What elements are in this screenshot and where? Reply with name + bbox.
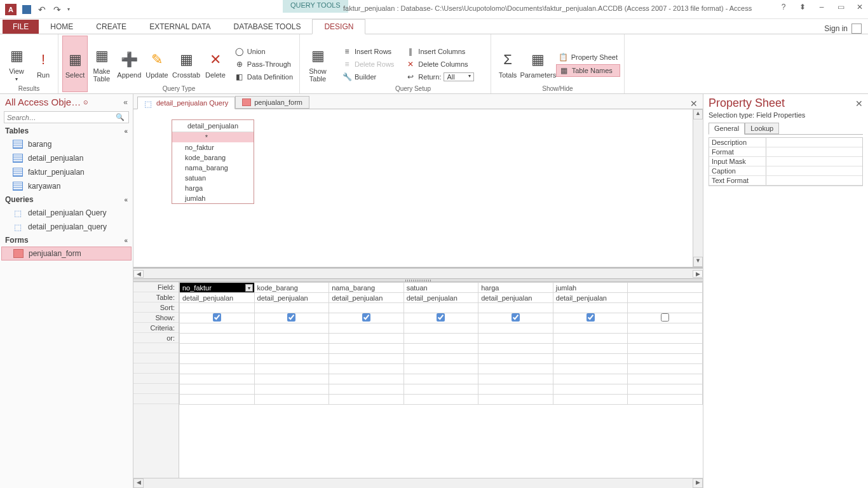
delete-query-button[interactable]: ✕ Delete xyxy=(203,36,228,92)
property-tab-general[interactable]: General xyxy=(709,123,745,135)
view-button[interactable]: ▦ View ▾ xyxy=(4,36,29,92)
property-row[interactable]: Description xyxy=(709,138,862,147)
make-table-button[interactable]: ▦ Make Table xyxy=(89,36,114,92)
show-checkbox[interactable] xyxy=(587,313,595,322)
grid-cell[interactable] xyxy=(180,313,255,323)
restore-button[interactable]: ▭ xyxy=(835,3,846,11)
show-checkbox[interactable] xyxy=(437,313,445,322)
crosstab-button[interactable]: ▦ Crosstab xyxy=(171,36,201,92)
tab-external-data[interactable]: EXTERNAL DATA xyxy=(138,20,222,34)
search-icon[interactable]: 🔍 xyxy=(112,112,128,123)
grid-cell[interactable]: detail_penjualan xyxy=(329,293,404,303)
grid-cell[interactable] xyxy=(329,344,404,354)
grid-cell[interactable] xyxy=(628,283,703,293)
grid-cell[interactable] xyxy=(403,364,478,374)
update-button[interactable]: ✎ Update xyxy=(144,36,170,92)
collapse-icon[interactable]: « xyxy=(124,128,128,135)
totals-button[interactable]: Σ Totals xyxy=(495,36,520,92)
ribbon-collapse-button[interactable]: ⬍ xyxy=(797,3,808,11)
grid-cell[interactable] xyxy=(478,354,553,364)
grid-cell[interactable] xyxy=(329,334,404,344)
show-checkbox[interactable] xyxy=(661,313,669,322)
search-input[interactable] xyxy=(4,112,112,123)
grid-cell[interactable] xyxy=(478,364,553,374)
grid-cell[interactable] xyxy=(180,334,255,344)
doc-close-button[interactable]: ✕ xyxy=(690,98,698,109)
union-button[interactable]: ◯Union xyxy=(232,46,295,57)
field-list[interactable]: detail_penjualan * no_faktur kode_barang… xyxy=(172,119,254,204)
grid-cell[interactable] xyxy=(553,334,628,344)
grid-cell[interactable] xyxy=(553,323,628,334)
return-dropdown[interactable]: All▾ xyxy=(444,72,474,81)
grid-cell[interactable] xyxy=(403,354,478,364)
nav-item-penjualan-form[interactable]: penjualan_form xyxy=(1,247,132,261)
field-item[interactable]: jumlah xyxy=(172,193,254,203)
grid-cell[interactable]: detail_penjualan xyxy=(553,293,628,303)
tab-database-tools[interactable]: DATABASE TOOLS xyxy=(222,20,313,34)
grid-cell[interactable] xyxy=(329,354,404,364)
grid-cell[interactable] xyxy=(180,303,255,313)
property-row[interactable]: Format xyxy=(709,147,862,157)
select-query-button[interactable]: ▦ Select xyxy=(62,36,88,92)
grid-cell[interactable]: detail_penjualan xyxy=(403,293,478,303)
minimize-button[interactable]: – xyxy=(816,3,827,11)
grid-cell[interactable] xyxy=(403,323,478,334)
field-item[interactable]: harga xyxy=(172,183,254,193)
nav-group-queries[interactable]: Queries« xyxy=(0,193,133,206)
passthrough-button[interactable]: ⊕Pass-Through xyxy=(232,58,295,70)
grid-cell[interactable] xyxy=(553,384,628,395)
nav-item-faktur-penjualan[interactable]: faktur_penjualan xyxy=(0,165,133,179)
grid-cell[interactable] xyxy=(628,384,703,395)
tab-create[interactable]: CREATE xyxy=(85,20,138,34)
grid-cell[interactable] xyxy=(180,344,255,354)
grid-cell[interactable] xyxy=(628,354,703,364)
insert-columns-button[interactable]: ‖Insert Columns xyxy=(403,46,477,57)
show-checkbox[interactable] xyxy=(287,313,295,322)
field-item[interactable]: no_faktur xyxy=(172,142,254,152)
grid-cell[interactable]: harga xyxy=(478,283,553,293)
upper-horizontal-scrollbar[interactable]: ◀▶ xyxy=(133,268,703,278)
grid-cell[interactable]: satuan xyxy=(403,283,478,293)
grid-cell[interactable] xyxy=(478,323,553,334)
grid-cell[interactable] xyxy=(180,374,255,384)
show-table-button[interactable]: ▦ Show Table xyxy=(304,36,332,92)
show-checkbox[interactable] xyxy=(213,313,221,322)
nav-item-detail-penjualan[interactable]: detail_penjualan xyxy=(0,151,133,165)
grid-horizontal-scrollbar[interactable]: ◀▶ xyxy=(133,478,703,488)
field-item[interactable]: satuan xyxy=(172,173,254,183)
parameters-button[interactable]: ▦ Parameters xyxy=(522,36,555,92)
doc-tab-query[interactable]: detail_penjualan Query xyxy=(137,97,235,109)
grid-cell[interactable]: detail_penjualan xyxy=(254,293,329,303)
nav-collapse-icon[interactable]: « xyxy=(123,98,128,107)
grid-cell[interactable] xyxy=(553,313,628,323)
grid-cell[interactable] xyxy=(553,395,628,405)
property-tab-lookup[interactable]: Lookup xyxy=(745,123,779,134)
qat-customize-icon[interactable]: ▾ xyxy=(67,6,70,12)
grid-cell[interactable] xyxy=(329,323,404,334)
query-design-upper-pane[interactable]: detail_penjualan * no_faktur kode_barang… xyxy=(133,109,703,268)
nav-item-query-1[interactable]: detail_penjualan Query xyxy=(0,206,133,220)
doc-tab-form[interactable]: penjualan_form xyxy=(235,96,309,109)
grid-cell[interactable]: nama_barang xyxy=(329,283,404,293)
grid-cell[interactable] xyxy=(254,344,329,354)
grid-cell[interactable] xyxy=(553,374,628,384)
delete-columns-button[interactable]: ✕Delete Columns xyxy=(403,58,477,70)
grid-cell[interactable] xyxy=(254,374,329,384)
grid-cell[interactable] xyxy=(628,344,703,354)
grid-cell[interactable] xyxy=(628,334,703,344)
help-button[interactable]: ? xyxy=(778,3,789,11)
grid-cell[interactable] xyxy=(254,303,329,313)
grid-cell[interactable]: no_faktur▾ xyxy=(180,283,255,293)
signin-link[interactable]: Sign in xyxy=(824,24,862,34)
grid-cell[interactable] xyxy=(628,303,703,313)
grid-cell[interactable] xyxy=(403,374,478,384)
grid-cell[interactable] xyxy=(403,395,478,405)
grid-cell[interactable]: detail_penjualan xyxy=(180,293,255,303)
grid-cell[interactable] xyxy=(329,313,404,323)
grid-cell[interactable] xyxy=(180,323,255,334)
grid-cell[interactable] xyxy=(628,374,703,384)
nav-group-tables[interactable]: Tables« xyxy=(0,125,133,137)
grid-cell[interactable] xyxy=(180,364,255,374)
grid-cell[interactable] xyxy=(553,344,628,354)
grid-cell[interactable] xyxy=(254,334,329,344)
